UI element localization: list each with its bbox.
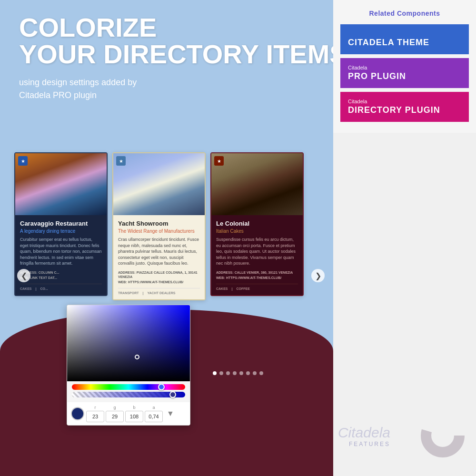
- card1-address-value: Column c...: [39, 271, 60, 274]
- card3-address: ADDRESS: Calle Venier, 380, 30121 Venezi…: [216, 270, 298, 275]
- dot-3[interactable]: [226, 371, 230, 375]
- card3-web-value[interactable]: https://www.ait-themes.club/: [226, 276, 281, 279]
- headline-desc1: using design settings added by: [19, 78, 137, 87]
- headline-line2: YOUR DIRECTORY ITEMS: [19, 39, 347, 69]
- card3-address-label: ADDRESS:: [216, 271, 234, 274]
- directory-plugin-button[interactable]: Citadela DIRECTORY PLUGIN: [340, 92, 469, 122]
- b-input[interactable]: [125, 411, 143, 422]
- card2-web-value[interactable]: https://www.ait-themes.club/: [128, 280, 183, 284]
- card3-subtitle: Italian Cakes: [216, 228, 298, 234]
- dir-button-big: DIRECTORY PLUGIN: [348, 105, 461, 115]
- a-label: a: [152, 405, 155, 410]
- card1-text: Curabitur semper erat eu tellus luctus, …: [20, 237, 102, 267]
- card1-tag2: CO...: [40, 287, 48, 290]
- svg-point-0: [426, 419, 459, 452]
- headline-line1: COLORIZE: [19, 12, 157, 42]
- color-gradient-area[interactable]: [67, 305, 190, 381]
- card2-tag1: TRANSPORT: [118, 291, 139, 295]
- dot-4[interactable]: [233, 371, 237, 375]
- card1-address: ADDRESS: Column c...: [20, 270, 102, 275]
- card3-title: Le Colonial: [216, 220, 298, 227]
- card2-address: ADDRESS: Piazzale Calle Colonna, 1, 3014…: [118, 270, 200, 279]
- card-yacht: ★ Yacht Showroom The Widest Range of Man…: [112, 152, 206, 300]
- color-picker: r g b a ▼: [67, 305, 190, 426]
- card2-text: Cras ullamcorper tincidunt tincidunt. Fu…: [118, 237, 200, 267]
- card2-image: [113, 153, 205, 215]
- card1-star-badge: ★: [18, 156, 28, 166]
- card3-address-value: Calle Venier, 380, 30121 Venezia: [235, 271, 293, 274]
- card2-web-label: WEB:: [118, 280, 127, 284]
- card2-address-label: ADDRESS:: [118, 271, 136, 274]
- dot-1[interactable]: [213, 371, 217, 375]
- g-field: g: [106, 405, 124, 422]
- a-input[interactable]: [145, 411, 163, 422]
- theme-button-small: [348, 31, 461, 37]
- card3-image: [211, 153, 303, 215]
- brand-sub: FEATURES: [338, 441, 390, 447]
- card1-web: WEB: link text dat...: [20, 276, 102, 280]
- picker-arrow-down[interactable]: ▼: [165, 408, 176, 419]
- card3-web: WEB: https://www.ait-themes.club/: [216, 276, 298, 280]
- related-components-title: Related Components: [340, 10, 469, 17]
- slider-prev-button[interactable]: ❮: [17, 269, 30, 282]
- card3-text: Suspendisse cursus felis eu arcu dictum,…: [216, 237, 298, 267]
- card2-tag2: YACHT DEALERS: [148, 291, 176, 295]
- r-input[interactable]: [86, 411, 104, 422]
- card1-subtitle: A legendary dining terrace: [20, 228, 102, 234]
- card3-star-badge: ★: [214, 156, 224, 166]
- card2-title: Yacht Showroom: [118, 220, 200, 227]
- card1-tag1: CAKES: [20, 287, 32, 290]
- color-preview-circle: [71, 407, 84, 420]
- citadela-branding: Citadela FEATURES: [338, 425, 390, 447]
- dir-button-small: Citadela: [348, 99, 461, 104]
- card2-tag-sep: |: [143, 291, 144, 295]
- card1-web-value[interactable]: link text dat...: [30, 276, 57, 279]
- g-input[interactable]: [106, 411, 124, 422]
- card2-web: WEB: https://www.ait-themes.club/: [118, 280, 200, 284]
- dot-8[interactable]: [259, 371, 263, 375]
- b-field: b: [125, 405, 143, 422]
- cards-section: ★ Caravaggio Restaurant A legendary dini…: [14, 152, 328, 300]
- slider-dots: [213, 371, 263, 375]
- slider-next-button[interactable]: ❯: [311, 269, 325, 282]
- color-inputs: r g b a ▼: [67, 402, 190, 425]
- a-field: a: [145, 405, 163, 422]
- card1-title: Caravaggio Restaurant: [20, 220, 102, 227]
- dot-2[interactable]: [219, 371, 223, 375]
- card2-tags: TRANSPORT | YACHT DEALERS: [118, 288, 200, 295]
- r-label: r: [95, 405, 96, 410]
- pro-button-big: PRO PLUGIN: [348, 71, 461, 81]
- picker-dot[interactable]: [135, 355, 139, 359]
- citadela-swirl-logo: [409, 409, 466, 466]
- citadela-theme-button[interactable]: CITADELA THEME: [340, 24, 469, 54]
- alpha-overlay: [72, 392, 185, 397]
- card3-web-label: WEB:: [216, 276, 225, 279]
- hue-slider[interactable]: [72, 384, 185, 390]
- b-label: b: [133, 405, 135, 410]
- dot-7[interactable]: [253, 371, 257, 375]
- card1-image: [15, 153, 107, 215]
- related-components-panel: Related Components CITADELA THEME Citade…: [333, 0, 476, 133]
- card1-tags: CAKES | CO...: [20, 284, 102, 290]
- card2-star-badge: ★: [116, 156, 126, 166]
- alpha-slider[interactable]: [72, 392, 185, 397]
- card3-tag2: COFFEE: [236, 287, 249, 290]
- pro-plugin-button[interactable]: Citadela PRO PLUGIN: [340, 58, 469, 88]
- brand-name: Citadela: [338, 425, 390, 441]
- card1-tag-sep: |: [36, 287, 37, 290]
- card3-tag1: CAKES: [216, 287, 228, 290]
- headline-desc2: Citadela PRO plugin: [19, 90, 97, 100]
- dot-6[interactable]: [246, 371, 250, 375]
- alpha-thumb[interactable]: [169, 391, 176, 398]
- dot-5[interactable]: [239, 371, 243, 375]
- theme-button-big: CITADELA THEME: [348, 38, 461, 48]
- card2-subtitle: The Widest Range of Manufacturers: [118, 228, 200, 234]
- headline-section: COLORIZE YOUR DIRECTORY ITEMS using desi…: [19, 14, 347, 102]
- gradient-dark: [67, 305, 190, 381]
- hue-thumb[interactable]: [158, 384, 165, 390]
- card3-tags: CAKES | COFFEE: [216, 284, 298, 290]
- card3-tag-sep: |: [232, 287, 233, 290]
- rgba-group: r g b a: [86, 405, 163, 422]
- g-label: g: [113, 405, 116, 410]
- color-sliders: [67, 381, 190, 402]
